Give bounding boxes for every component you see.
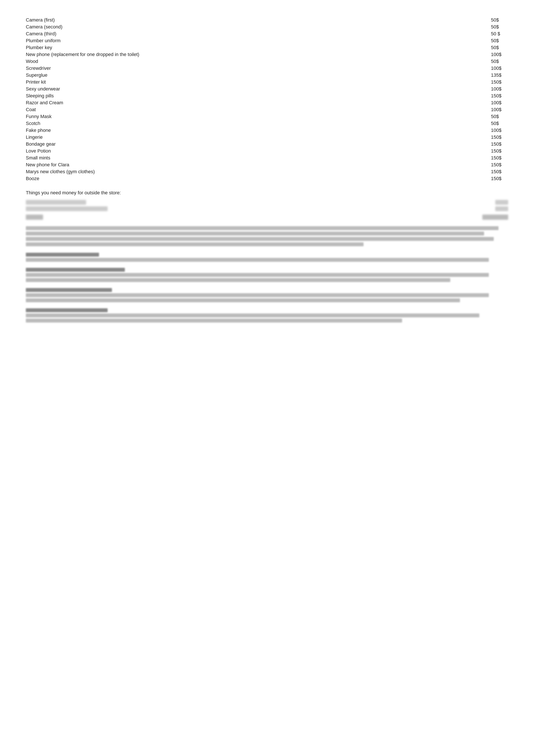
- item-name: Coat: [26, 107, 487, 113]
- item-price: 150$: [491, 169, 508, 175]
- item-name: Funny Mask: [26, 114, 487, 119]
- item-name: Love Potion: [26, 148, 487, 154]
- qa-section: [26, 253, 508, 323]
- item-list: Camera (first)50$Camera (second)50$Camer…: [26, 17, 508, 181]
- item-name: Scotch: [26, 121, 487, 126]
- item-name: Printer kit: [26, 79, 487, 85]
- table-row: Camera (first)50$: [26, 17, 508, 23]
- item-name: Plumber key: [26, 45, 487, 50]
- item-name: Sleeping pills: [26, 93, 487, 99]
- item-price: 150$: [491, 134, 508, 140]
- table-row: Screwdriver100$: [26, 66, 508, 71]
- item-price: 100$: [491, 66, 508, 71]
- item-name: Camera (first): [26, 17, 487, 23]
- item-name: Plumber uniform: [26, 38, 487, 43]
- table-row: Small mints150$: [26, 155, 508, 161]
- item-name: Camera (third): [26, 31, 487, 37]
- item-price: 50$: [491, 45, 508, 50]
- item-name: Booze: [26, 176, 487, 181]
- item-name: Wood: [26, 59, 487, 64]
- item-price: 50$: [491, 38, 508, 43]
- item-name: Superglue: [26, 72, 487, 78]
- table-row: Lingerie150$: [26, 134, 508, 140]
- table-row: Bondage gear150$: [26, 141, 508, 147]
- item-price: 100$: [491, 86, 508, 92]
- item-price: 50$: [491, 59, 508, 64]
- item-name: Screwdriver: [26, 66, 487, 71]
- item-price: 150$: [491, 148, 508, 154]
- table-row: Sleeping pills150$: [26, 93, 508, 99]
- item-price: 150$: [491, 162, 508, 168]
- blurred-outside-items: [26, 200, 508, 220]
- item-price: 150$: [491, 155, 508, 161]
- item-name: New phone for Clara: [26, 162, 487, 168]
- table-row: New phone (replacement for one dropped i…: [26, 52, 508, 57]
- table-row: Booze150$: [26, 176, 508, 181]
- table-row: Love Potion150$: [26, 148, 508, 154]
- qa-block-2: [26, 268, 508, 282]
- item-price: 50$: [491, 114, 508, 119]
- item-name: Bondage gear: [26, 141, 487, 147]
- table-row: Printer kit150$: [26, 79, 508, 85]
- item-name: Lingerie: [26, 134, 487, 140]
- blurred-paragraph: [26, 226, 508, 246]
- item-name: Camera (second): [26, 24, 487, 30]
- item-price: 150$: [491, 93, 508, 99]
- item-name: Razor and Cream: [26, 100, 487, 106]
- table-row: Wood50$: [26, 59, 508, 64]
- item-price: 100$: [491, 127, 508, 133]
- item-price: 100$: [491, 107, 508, 113]
- table-row: Sexy underwear100$: [26, 86, 508, 92]
- outside-store-label: Things you need money for outside the st…: [26, 190, 508, 196]
- table-row: Fake phone100$: [26, 127, 508, 133]
- table-row: Scotch50$: [26, 121, 508, 126]
- qa-block-4: [26, 308, 508, 323]
- qa-block-3: [26, 288, 508, 302]
- qa-block-1: [26, 253, 508, 262]
- item-price: 150$: [491, 79, 508, 85]
- table-row: Camera (second)50$: [26, 24, 508, 30]
- table-row: Plumber key50$: [26, 45, 508, 50]
- table-row: Razor and Cream100$: [26, 100, 508, 106]
- table-row: Funny Mask50$: [26, 114, 508, 119]
- item-name: Small mints: [26, 155, 487, 161]
- item-price: 100$: [491, 52, 508, 57]
- item-name: New phone (replacement for one dropped i…: [26, 52, 487, 57]
- table-row: Marys new clothes (gym clothes)150$: [26, 169, 508, 175]
- item-price: 135$: [491, 72, 508, 78]
- table-row: Camera (third)50 $: [26, 31, 508, 37]
- table-row: Superglue135$: [26, 72, 508, 78]
- item-name: Sexy underwear: [26, 86, 487, 92]
- item-price: 50$: [491, 17, 508, 23]
- item-price: 50 $: [491, 31, 508, 37]
- table-row: New phone for Clara150$: [26, 162, 508, 168]
- item-price: 150$: [491, 176, 508, 181]
- item-price: 50$: [491, 121, 508, 126]
- item-price: 50$: [491, 24, 508, 30]
- table-row: Coat100$: [26, 107, 508, 113]
- table-row: Plumber uniform50$: [26, 38, 508, 43]
- item-price: 150$: [491, 141, 508, 147]
- item-price: 100$: [491, 100, 508, 106]
- item-name: Fake phone: [26, 127, 487, 133]
- item-name: Marys new clothes (gym clothes): [26, 169, 487, 175]
